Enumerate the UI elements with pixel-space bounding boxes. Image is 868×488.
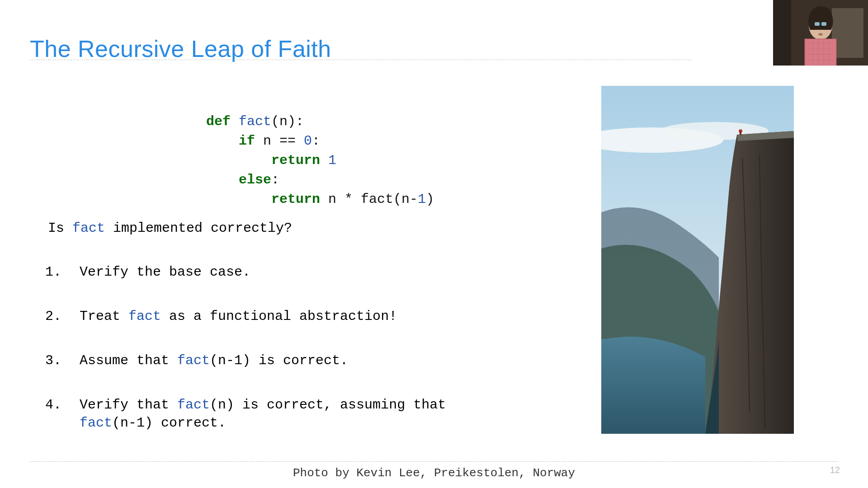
- question-text: Is fact implemented correctly?: [48, 221, 292, 236]
- fn-ref: fact: [128, 309, 161, 324]
- slide-number: 12: [830, 465, 840, 475]
- fn-ref: fact: [80, 415, 112, 431]
- title-divider: [30, 60, 692, 60]
- item-body: Treat fact as a functional abstraction!: [80, 307, 397, 325]
- item-number: 1.: [45, 263, 80, 281]
- svg-rect-4: [740, 131, 741, 135]
- fn-ref: fact: [72, 221, 105, 236]
- kw-if: if: [239, 133, 255, 149]
- slide: The Recursive Leap of Faith def fact(n):…: [0, 0, 868, 488]
- item-number: 4.: [45, 396, 80, 432]
- fn-ref: fact: [177, 353, 210, 368]
- list-item: 4. Verify that fact(n) is correct, assum…: [45, 396, 446, 432]
- list-item: 1. Verify the base case.: [45, 263, 446, 281]
- cliff-photo: [601, 86, 794, 434]
- photo-caption: Photo by Kevin Lee, Preikestolen, Norway: [0, 466, 868, 480]
- item-body: Verify that fact(n) is correct, assuming…: [80, 396, 446, 432]
- footer-divider: [30, 461, 838, 462]
- item-body: Assume that fact(n-1) is correct.: [80, 352, 348, 370]
- item-number: 3.: [45, 352, 80, 370]
- list-item: 3. Assume that fact(n-1) is correct.: [45, 352, 446, 370]
- fn-name: fact: [239, 114, 271, 129]
- kw-else: else: [239, 172, 271, 188]
- item-body: Verify the base case.: [80, 263, 250, 281]
- webcam-overlay: [773, 0, 868, 66]
- svg-rect-10: [815, 22, 820, 26]
- svg-rect-12: [805, 39, 836, 66]
- kw-return: return: [271, 153, 320, 168]
- kw-return: return: [271, 192, 320, 207]
- item-number: 2.: [45, 307, 80, 325]
- slide-title: The Recursive Leap of Faith: [30, 35, 331, 62]
- steps-list: 1. Verify the base case. 2. Treat fact a…: [45, 263, 446, 432]
- fn-ref: fact: [177, 397, 210, 413]
- svg-rect-11: [821, 22, 826, 26]
- svg-point-13: [818, 33, 823, 36]
- list-item: 2. Treat fact as a functional abstractio…: [45, 307, 446, 325]
- svg-rect-7: [773, 0, 791, 66]
- code-block: def fact(n): if n == 0: return 1 else: r…: [206, 93, 434, 209]
- kw-def: def: [206, 114, 231, 129]
